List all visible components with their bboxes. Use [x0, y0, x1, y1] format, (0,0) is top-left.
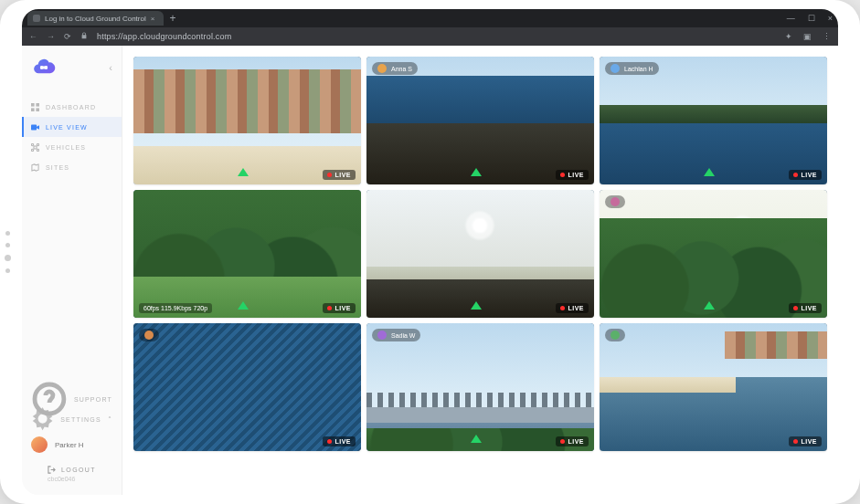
live-badge: LIVE — [789, 170, 822, 180]
svg-rect-4 — [31, 108, 35, 111]
video-tile[interactable]: Sadia W LIVE — [366, 323, 594, 451]
chevron-up-icon: ˄ — [108, 415, 112, 424]
video-tile[interactable]: LIVE — [366, 190, 594, 318]
support-link[interactable]: SUPPORT — [22, 389, 122, 409]
gear-icon — [31, 407, 54, 430]
operator-badge — [139, 329, 159, 341]
logout-button[interactable]: LOGOUT — [22, 460, 122, 476]
bookmark-icon[interactable]: ▣ — [803, 32, 812, 41]
device-side-buttons — [5, 231, 11, 273]
svg-point-7 — [31, 143, 33, 145]
browser-addressbar: ← → ⟳ https://app.cloudgroundcontrol.com… — [22, 27, 838, 46]
operator-avatar — [144, 331, 154, 340]
operator-avatar — [610, 331, 620, 340]
video-tile[interactable]: LIVE — [600, 323, 827, 451]
url-text[interactable]: https://app.cloudgroundcontrol.com — [97, 32, 776, 41]
operator-avatar — [377, 331, 387, 340]
operator-avatar — [610, 197, 620, 206]
video-tile[interactable]: LIVE — [600, 190, 827, 318]
browser-tabbar: Log in to Cloud Ground Control × + — ☐ × — [22, 9, 838, 27]
signal-icon — [471, 297, 482, 313]
svg-rect-5 — [36, 108, 39, 111]
signal-icon — [238, 163, 249, 180]
video-tile[interactable]: LIVE — [133, 323, 361, 451]
svg-rect-3 — [36, 103, 39, 107]
operator-badge: Lachlan H — [605, 62, 659, 75]
stream-info: 60fps 115.9Kbps 720p — [139, 303, 212, 313]
nav-list: DASHBOARD LIVE VIEW VEHICLES SITES — [22, 93, 122, 181]
nav-live-view[interactable]: LIVE VIEW — [22, 117, 122, 137]
signal-icon — [704, 163, 715, 180]
nav-sites[interactable]: SITES — [22, 157, 122, 177]
live-badge: LIVE — [323, 303, 356, 313]
browser-tab[interactable]: Log in to Cloud Ground Control × — [27, 11, 164, 26]
maximize-icon[interactable]: ☐ — [808, 14, 815, 23]
video-thumbnail — [600, 323, 827, 451]
operator-badge — [605, 195, 625, 208]
browser-menu-icon[interactable]: ⋮ — [823, 32, 831, 41]
svg-point-9 — [31, 149, 33, 151]
svg-rect-6 — [31, 124, 37, 130]
nav-label: SITES — [46, 164, 69, 171]
video-thumbnail — [133, 323, 361, 451]
avatar — [31, 436, 48, 453]
window-controls: — ☐ × — [787, 14, 833, 23]
live-badge: LIVE — [323, 170, 356, 180]
minimize-icon[interactable]: — — [787, 14, 795, 23]
operator-badge: Anna S — [372, 62, 418, 75]
main-content: LIVE Anna S LIVE Lachlan H — [122, 46, 838, 495]
video-tile[interactable]: LIVE — [133, 57, 361, 184]
forward-icon[interactable]: → — [47, 32, 55, 41]
close-window-icon[interactable]: × — [828, 14, 833, 23]
nav-label: VEHICLES — [46, 144, 86, 151]
drone-icon — [31, 143, 39, 152]
tab-favicon — [33, 15, 40, 22]
tab-title: Log in to Cloud Ground Control — [45, 15, 146, 23]
tablet-frame: Log in to Cloud Ground Control × + — ☐ ×… — [0, 0, 860, 504]
signal-icon — [471, 163, 482, 180]
reload-icon[interactable]: ⟳ — [64, 32, 71, 41]
dashboard-icon — [31, 103, 39, 111]
signal-icon — [704, 297, 715, 313]
version-text: cbc0e046 — [22, 476, 122, 488]
settings-link[interactable]: SETTINGS ˄ — [22, 409, 122, 429]
video-grid: LIVE Anna S LIVE Lachlan H — [133, 57, 827, 451]
video-tile[interactable]: Lachlan H LIVE — [600, 57, 827, 184]
collapse-sidebar-icon[interactable]: ‹ — [109, 62, 112, 73]
signal-icon — [238, 297, 249, 313]
operator-badge: Sadia W — [372, 329, 420, 341]
back-icon[interactable]: ← — [29, 32, 37, 41]
extensions-icon[interactable]: ✦ — [785, 32, 792, 41]
operator-avatar — [610, 64, 620, 73]
operator-avatar — [377, 64, 387, 73]
logout-label: LOGOUT — [61, 467, 96, 473]
tab-close-icon[interactable]: × — [151, 15, 155, 23]
live-badge: LIVE — [556, 303, 589, 313]
video-tile[interactable]: 60fps 115.9Kbps 720p LIVE — [133, 190, 361, 318]
logout-icon — [48, 466, 56, 474]
svg-point-8 — [37, 143, 38, 145]
map-icon — [31, 163, 39, 172]
video-tile[interactable]: Anna S LIVE — [366, 57, 594, 184]
live-badge: LIVE — [789, 436, 822, 446]
operator-badge — [605, 329, 625, 341]
live-badge: LIVE — [789, 303, 822, 313]
live-badge: LIVE — [556, 170, 589, 180]
nav-label: DASHBOARD — [46, 104, 96, 110]
sidebar: ‹ DASHBOARD LIVE VIEW VEHICLES SITES — [22, 46, 122, 495]
svg-rect-11 — [34, 146, 37, 149]
settings-label: SETTINGS — [60, 416, 101, 423]
signal-icon — [471, 430, 482, 446]
user-row[interactable]: Parker H — [22, 429, 122, 460]
video-icon — [31, 123, 39, 131]
user-name: Parker H — [55, 441, 84, 449]
nav-dashboard[interactable]: DASHBOARD — [22, 97, 122, 117]
svg-rect-2 — [31, 103, 35, 107]
live-badge: LIVE — [323, 436, 356, 446]
nav-vehicles[interactable]: VEHICLES — [22, 137, 122, 157]
new-tab-button[interactable]: + — [169, 13, 175, 24]
lock-icon — [80, 32, 88, 41]
app-logo[interactable] — [31, 55, 57, 80]
app-shell: ‹ DASHBOARD LIVE VIEW VEHICLES SITES — [22, 46, 838, 495]
live-badge: LIVE — [556, 436, 589, 446]
